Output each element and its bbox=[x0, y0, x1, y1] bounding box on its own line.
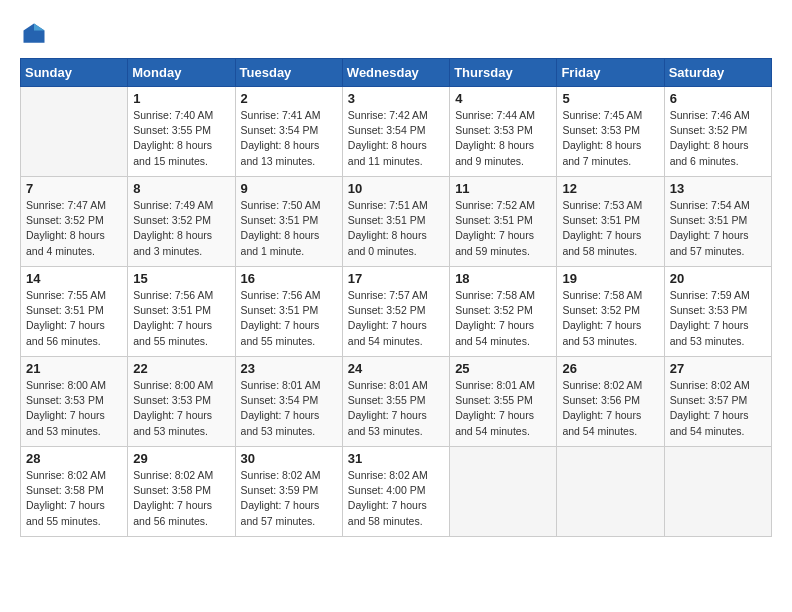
day-info: Sunrise: 8:02 AMSunset: 3:58 PMDaylight:… bbox=[133, 468, 229, 529]
day-number: 26 bbox=[562, 361, 658, 376]
day-number: 27 bbox=[670, 361, 766, 376]
day-number: 5 bbox=[562, 91, 658, 106]
day-info: Sunrise: 8:02 AMSunset: 3:59 PMDaylight:… bbox=[241, 468, 337, 529]
day-info: Sunrise: 7:49 AMSunset: 3:52 PMDaylight:… bbox=[133, 198, 229, 259]
header-monday: Monday bbox=[128, 59, 235, 87]
calendar-cell: 29Sunrise: 8:02 AMSunset: 3:58 PMDayligh… bbox=[128, 447, 235, 537]
day-number: 2 bbox=[241, 91, 337, 106]
day-number: 16 bbox=[241, 271, 337, 286]
day-number: 4 bbox=[455, 91, 551, 106]
day-info: Sunrise: 7:40 AMSunset: 3:55 PMDaylight:… bbox=[133, 108, 229, 169]
calendar-week-row: 7Sunrise: 7:47 AMSunset: 3:52 PMDaylight… bbox=[21, 177, 772, 267]
calendar-cell: 20Sunrise: 7:59 AMSunset: 3:53 PMDayligh… bbox=[664, 267, 771, 357]
day-info: Sunrise: 8:01 AMSunset: 3:54 PMDaylight:… bbox=[241, 378, 337, 439]
day-number: 6 bbox=[670, 91, 766, 106]
calendar-cell: 15Sunrise: 7:56 AMSunset: 3:51 PMDayligh… bbox=[128, 267, 235, 357]
calendar-cell: 10Sunrise: 7:51 AMSunset: 3:51 PMDayligh… bbox=[342, 177, 449, 267]
day-info: Sunrise: 7:53 AMSunset: 3:51 PMDaylight:… bbox=[562, 198, 658, 259]
calendar-cell: 5Sunrise: 7:45 AMSunset: 3:53 PMDaylight… bbox=[557, 87, 664, 177]
calendar-cell: 7Sunrise: 7:47 AMSunset: 3:52 PMDaylight… bbox=[21, 177, 128, 267]
day-info: Sunrise: 7:42 AMSunset: 3:54 PMDaylight:… bbox=[348, 108, 444, 169]
calendar-cell: 30Sunrise: 8:02 AMSunset: 3:59 PMDayligh… bbox=[235, 447, 342, 537]
day-info: Sunrise: 7:51 AMSunset: 3:51 PMDaylight:… bbox=[348, 198, 444, 259]
day-number: 24 bbox=[348, 361, 444, 376]
header-sunday: Sunday bbox=[21, 59, 128, 87]
calendar-cell: 23Sunrise: 8:01 AMSunset: 3:54 PMDayligh… bbox=[235, 357, 342, 447]
day-info: Sunrise: 8:02 AMSunset: 3:57 PMDaylight:… bbox=[670, 378, 766, 439]
calendar-cell: 4Sunrise: 7:44 AMSunset: 3:53 PMDaylight… bbox=[450, 87, 557, 177]
day-info: Sunrise: 8:00 AMSunset: 3:53 PMDaylight:… bbox=[26, 378, 122, 439]
day-number: 23 bbox=[241, 361, 337, 376]
day-info: Sunrise: 7:41 AMSunset: 3:54 PMDaylight:… bbox=[241, 108, 337, 169]
calendar: SundayMondayTuesdayWednesdayThursdayFrid… bbox=[20, 58, 772, 537]
calendar-cell: 1Sunrise: 7:40 AMSunset: 3:55 PMDaylight… bbox=[128, 87, 235, 177]
day-info: Sunrise: 7:56 AMSunset: 3:51 PMDaylight:… bbox=[133, 288, 229, 349]
day-info: Sunrise: 8:01 AMSunset: 3:55 PMDaylight:… bbox=[348, 378, 444, 439]
day-number: 30 bbox=[241, 451, 337, 466]
day-info: Sunrise: 7:47 AMSunset: 3:52 PMDaylight:… bbox=[26, 198, 122, 259]
calendar-cell: 19Sunrise: 7:58 AMSunset: 3:52 PMDayligh… bbox=[557, 267, 664, 357]
day-number: 7 bbox=[26, 181, 122, 196]
day-info: Sunrise: 7:54 AMSunset: 3:51 PMDaylight:… bbox=[670, 198, 766, 259]
day-number: 15 bbox=[133, 271, 229, 286]
day-number: 31 bbox=[348, 451, 444, 466]
day-info: Sunrise: 7:55 AMSunset: 3:51 PMDaylight:… bbox=[26, 288, 122, 349]
day-number: 22 bbox=[133, 361, 229, 376]
day-number: 29 bbox=[133, 451, 229, 466]
calendar-cell: 8Sunrise: 7:49 AMSunset: 3:52 PMDaylight… bbox=[128, 177, 235, 267]
logo bbox=[20, 20, 52, 48]
day-info: Sunrise: 7:59 AMSunset: 3:53 PMDaylight:… bbox=[670, 288, 766, 349]
day-info: Sunrise: 8:02 AMSunset: 4:00 PMDaylight:… bbox=[348, 468, 444, 529]
day-number: 17 bbox=[348, 271, 444, 286]
page-header bbox=[20, 20, 772, 48]
day-info: Sunrise: 7:58 AMSunset: 3:52 PMDaylight:… bbox=[455, 288, 551, 349]
header-thursday: Thursday bbox=[450, 59, 557, 87]
calendar-cell: 12Sunrise: 7:53 AMSunset: 3:51 PMDayligh… bbox=[557, 177, 664, 267]
svg-marker-1 bbox=[34, 24, 45, 31]
day-info: Sunrise: 7:58 AMSunset: 3:52 PMDaylight:… bbox=[562, 288, 658, 349]
day-info: Sunrise: 8:01 AMSunset: 3:55 PMDaylight:… bbox=[455, 378, 551, 439]
calendar-cell: 18Sunrise: 7:58 AMSunset: 3:52 PMDayligh… bbox=[450, 267, 557, 357]
day-number: 12 bbox=[562, 181, 658, 196]
day-info: Sunrise: 8:00 AMSunset: 3:53 PMDaylight:… bbox=[133, 378, 229, 439]
calendar-cell: 22Sunrise: 8:00 AMSunset: 3:53 PMDayligh… bbox=[128, 357, 235, 447]
day-number: 3 bbox=[348, 91, 444, 106]
header-tuesday: Tuesday bbox=[235, 59, 342, 87]
calendar-cell: 3Sunrise: 7:42 AMSunset: 3:54 PMDaylight… bbox=[342, 87, 449, 177]
calendar-cell: 14Sunrise: 7:55 AMSunset: 3:51 PMDayligh… bbox=[21, 267, 128, 357]
calendar-week-row: 21Sunrise: 8:00 AMSunset: 3:53 PMDayligh… bbox=[21, 357, 772, 447]
calendar-cell: 28Sunrise: 8:02 AMSunset: 3:58 PMDayligh… bbox=[21, 447, 128, 537]
day-number: 8 bbox=[133, 181, 229, 196]
day-info: Sunrise: 7:46 AMSunset: 3:52 PMDaylight:… bbox=[670, 108, 766, 169]
day-info: Sunrise: 7:56 AMSunset: 3:51 PMDaylight:… bbox=[241, 288, 337, 349]
day-number: 10 bbox=[348, 181, 444, 196]
calendar-cell bbox=[557, 447, 664, 537]
calendar-cell: 16Sunrise: 7:56 AMSunset: 3:51 PMDayligh… bbox=[235, 267, 342, 357]
day-number: 14 bbox=[26, 271, 122, 286]
day-info: Sunrise: 7:57 AMSunset: 3:52 PMDaylight:… bbox=[348, 288, 444, 349]
calendar-cell: 25Sunrise: 8:01 AMSunset: 3:55 PMDayligh… bbox=[450, 357, 557, 447]
day-number: 13 bbox=[670, 181, 766, 196]
calendar-cell bbox=[21, 87, 128, 177]
day-info: Sunrise: 8:02 AMSunset: 3:58 PMDaylight:… bbox=[26, 468, 122, 529]
header-wednesday: Wednesday bbox=[342, 59, 449, 87]
day-info: Sunrise: 8:02 AMSunset: 3:56 PMDaylight:… bbox=[562, 378, 658, 439]
logo-icon bbox=[20, 20, 48, 48]
header-friday: Friday bbox=[557, 59, 664, 87]
calendar-cell bbox=[664, 447, 771, 537]
calendar-cell: 9Sunrise: 7:50 AMSunset: 3:51 PMDaylight… bbox=[235, 177, 342, 267]
day-number: 18 bbox=[455, 271, 551, 286]
day-info: Sunrise: 7:50 AMSunset: 3:51 PMDaylight:… bbox=[241, 198, 337, 259]
day-info: Sunrise: 7:44 AMSunset: 3:53 PMDaylight:… bbox=[455, 108, 551, 169]
calendar-cell: 31Sunrise: 8:02 AMSunset: 4:00 PMDayligh… bbox=[342, 447, 449, 537]
calendar-cell bbox=[450, 447, 557, 537]
calendar-header-row: SundayMondayTuesdayWednesdayThursdayFrid… bbox=[21, 59, 772, 87]
calendar-cell: 26Sunrise: 8:02 AMSunset: 3:56 PMDayligh… bbox=[557, 357, 664, 447]
header-saturday: Saturday bbox=[664, 59, 771, 87]
calendar-cell: 2Sunrise: 7:41 AMSunset: 3:54 PMDaylight… bbox=[235, 87, 342, 177]
day-number: 20 bbox=[670, 271, 766, 286]
calendar-cell: 17Sunrise: 7:57 AMSunset: 3:52 PMDayligh… bbox=[342, 267, 449, 357]
calendar-cell: 11Sunrise: 7:52 AMSunset: 3:51 PMDayligh… bbox=[450, 177, 557, 267]
calendar-week-row: 14Sunrise: 7:55 AMSunset: 3:51 PMDayligh… bbox=[21, 267, 772, 357]
calendar-cell: 6Sunrise: 7:46 AMSunset: 3:52 PMDaylight… bbox=[664, 87, 771, 177]
